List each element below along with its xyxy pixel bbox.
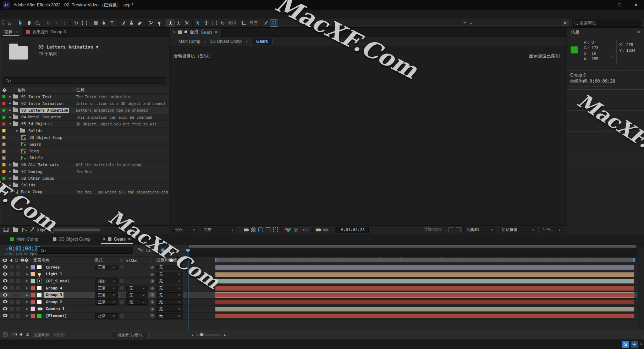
twirl-icon[interactable]: ▶ [8, 163, 13, 166]
snapshot-icon[interactable] [244, 229, 248, 231]
minimize-button[interactable]: ─ [595, 0, 611, 10]
graph-editor-icon[interactable] [168, 248, 174, 253]
layer-row[interactable]: ▶ Group 2 正常 无 ◎ [0, 299, 187, 306]
crop-region-icon[interactable] [273, 227, 278, 232]
audio-toggle-well[interactable] [10, 300, 15, 304]
work-area-bar[interactable] [215, 258, 635, 262]
parent-link-dropdown[interactable]: 无 [156, 286, 183, 291]
twirl-icon[interactable]: ▶ [8, 177, 13, 180]
label-color-chip[interactable] [2, 116, 6, 119]
layer-name[interactable]: Group 4 [44, 286, 64, 291]
parent-link-dropdown[interactable]: 无 [156, 306, 183, 312]
solo-toggle-well[interactable] [16, 314, 20, 318]
label-color-chip[interactable] [31, 279, 35, 283]
project-search-input[interactable]: ▾ [3, 77, 165, 84]
label-color-chip[interactable] [31, 293, 35, 297]
project-item-row[interactable]: 3D Object Comp [0, 134, 169, 141]
parent-pickwhip-icon[interactable]: ◎ [150, 272, 154, 276]
ime-language-icon[interactable]: 中 [631, 341, 638, 348]
label-color-chip[interactable] [2, 184, 6, 187]
layer-visibility-icon[interactable] [3, 314, 7, 317]
solo-toggle-well[interactable] [16, 272, 20, 276]
view-axis-mode-icon[interactable] [183, 19, 191, 27]
new-composition-icon[interactable] [22, 228, 27, 232]
toggle-switches-modes-button[interactable]: 切换开关/模式 [111, 332, 149, 338]
pan-camera-tool-icon[interactable]: ＋ [53, 19, 61, 27]
parent-pickwhip-icon[interactable]: ◎ [150, 299, 154, 304]
parent-pickwhip-icon[interactable]: ◎ [150, 306, 154, 311]
project-item-row[interactable]: ▶ Solids [0, 182, 169, 188]
project-item-row[interactable]: ▶ 07 Ending The End [0, 168, 169, 175]
twirl-icon[interactable]: ▶ [8, 95, 13, 98]
audio-column-icon[interactable] [10, 259, 12, 262]
zoom-slider-handle[interactable] [200, 333, 203, 336]
panel-menu-icon[interactable]: ≡ [637, 30, 640, 35]
collapsed-panel-tab[interactable] [567, 90, 644, 100]
name-column-header[interactable]: 名称 [17, 87, 26, 93]
label-column-icon[interactable] [24, 258, 29, 263]
breadcrumb-3d-object-comp[interactable]: 3D Object Comp [210, 39, 242, 44]
label-column-icon[interactable] [2, 88, 7, 92]
layer-duration-bar[interactable] [215, 272, 634, 277]
blend-mode-dropdown[interactable]: 正常 [95, 292, 118, 298]
local-axis-mode-icon[interactable] [166, 19, 175, 27]
layer-name[interactable]: Group 2 [44, 299, 64, 305]
label-color-chip[interactable] [2, 108, 6, 112]
layer-name[interactable]: [OF_9.mov] [44, 278, 71, 284]
layer-name-column-header[interactable]: 图层名称 [33, 258, 94, 263]
rotation-tool-icon[interactable]: ↻ [72, 19, 80, 27]
selection-behavior-icon[interactable] [194, 19, 202, 27]
project-item-row[interactable]: ▶ 04 Metal Sequence This animation can a… [0, 114, 169, 121]
layer-duration-bar[interactable] [215, 293, 634, 297]
layer-visibility-icon[interactable] [3, 272, 7, 276]
layer-track-row[interactable] [188, 278, 644, 285]
label-color-chip[interactable] [2, 170, 6, 173]
layer-track-row[interactable] [188, 292, 644, 299]
twirl-icon[interactable]: ▼ [8, 123, 13, 125]
parent-pickwhip-icon[interactable]: ◎ [150, 292, 154, 297]
zoom-out-icon[interactable]: ▲ [191, 334, 194, 336]
text-tool-icon[interactable]: T [108, 19, 116, 27]
layer-duration-bar[interactable] [215, 314, 634, 318]
timeline-tab[interactable]: Main Comp [4, 235, 45, 243]
tab-project[interactable]: 项目 ≡ [0, 27, 22, 36]
draft-3d-icon[interactable] [147, 248, 150, 253]
eraser-tool-icon[interactable] [136, 19, 144, 27]
label-color-chip[interactable] [31, 265, 35, 270]
horizontal-scrollbar[interactable] [53, 229, 100, 231]
composition-canvas[interactable]: 活动摄像机（默认） 显示加速已禁用 [170, 46, 566, 225]
layer-row[interactable]: ▶ Light 1 ◎ [0, 271, 187, 278]
panel-menu-icon[interactable]: ≡ [128, 237, 131, 242]
home-tool-icon[interactable]: ⌂ [5, 19, 13, 27]
parent-pickwhip-icon[interactable]: ◎ [150, 313, 154, 318]
layer-duration-bar[interactable] [215, 307, 634, 311]
project-item-row[interactable]: ▶ 08 Other Comps [0, 175, 169, 182]
current-time-field[interactable]: -0;01;04;23 [335, 227, 369, 233]
layer-track-row[interactable] [188, 299, 644, 306]
timeline-search-input[interactable]: ▾ [38, 247, 133, 254]
twirl-icon[interactable]: ▶ [8, 184, 13, 187]
audio-toggle-well[interactable] [10, 265, 15, 270]
trkmat-dropdown[interactable]: 无 [126, 286, 148, 291]
resolution-dropdown[interactable]: 完整 [201, 227, 236, 233]
layer-duration-bar[interactable] [215, 286, 634, 291]
workspace-overflow-icon[interactable]: » [466, 21, 475, 26]
audio-toggle-well[interactable] [10, 306, 15, 311]
parent-link-dropdown[interactable]: 无 [156, 272, 183, 277]
breadcrumb-current[interactable]: Gears [252, 38, 273, 45]
parent-column-header[interactable]: 父级和链接 [151, 258, 177, 263]
project-item-row[interactable]: Gears [0, 141, 169, 148]
collapsed-panel-tab[interactable] [567, 152, 644, 163]
layer-visibility-icon[interactable] [3, 293, 7, 297]
twirl-icon[interactable]: ▶ [8, 102, 13, 105]
layer-row[interactable]: ▶ Group 3 正常 无 ◎ [0, 292, 187, 299]
twirl-icon[interactable]: ▶ [8, 109, 13, 112]
solo-toggle-well[interactable] [16, 306, 20, 311]
layer-visibility-icon[interactable] [3, 307, 7, 310]
audio-toggle-well[interactable] [10, 279, 15, 283]
info-panel-header[interactable]: 信息 ≡ [567, 28, 644, 37]
search-options-icon[interactable]: ▾ [45, 249, 46, 252]
trkmat-dropdown[interactable]: 无 [126, 292, 148, 298]
collapsed-panel-tab[interactable] [567, 111, 644, 121]
trkmat-dropdown[interactable]: 无 [126, 299, 148, 305]
